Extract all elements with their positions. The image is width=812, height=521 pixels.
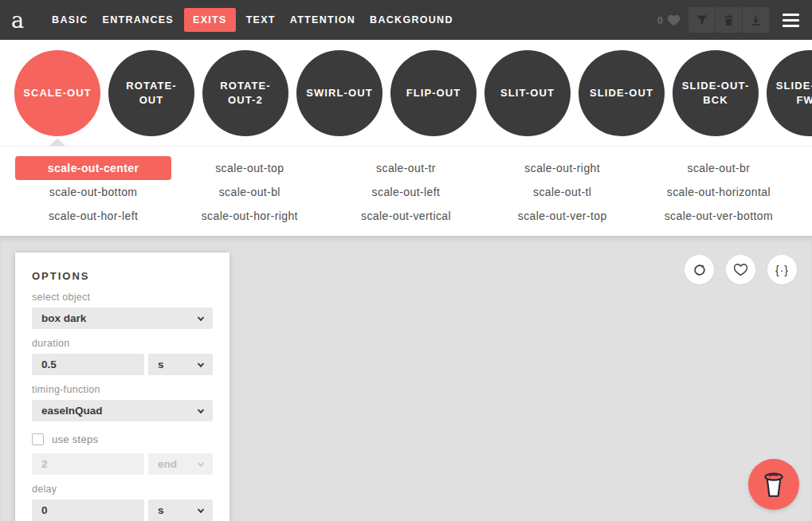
download-button[interactable] bbox=[743, 7, 769, 33]
variation-scale-out-bl[interactable]: scale-out-bl bbox=[171, 180, 328, 204]
hamburger-menu-button[interactable] bbox=[781, 10, 801, 30]
select-object-value: box dark bbox=[41, 312, 86, 324]
options-title: OPTIONS bbox=[32, 270, 213, 282]
favorite-animation-button[interactable] bbox=[726, 255, 755, 284]
variation-scale-out-horizontal[interactable]: scale-out-horizontal bbox=[641, 180, 797, 204]
active-category-caret bbox=[49, 139, 65, 146]
category-flip-out[interactable]: FLIP-OUT bbox=[390, 50, 477, 136]
buy-coffee-button[interactable] bbox=[748, 459, 799, 510]
refresh-icon bbox=[692, 263, 707, 277]
variation-list: scale-out-center scale-out-top scale-out… bbox=[0, 146, 812, 236]
menu-item-background[interactable]: BACKGROUND bbox=[363, 8, 461, 32]
category-rotate-out[interactable]: ROTATE-OUT bbox=[108, 50, 194, 136]
coffee-cup-icon bbox=[759, 468, 788, 500]
menu-item-entrances[interactable]: ENTRANCES bbox=[96, 8, 181, 32]
animista-logo[interactable]: a bbox=[11, 10, 24, 31]
favorites-count: 0 bbox=[657, 14, 663, 26]
use-steps-checkbox[interactable] bbox=[32, 433, 44, 445]
filter-icon bbox=[695, 13, 709, 27]
filter-button[interactable] bbox=[688, 7, 715, 33]
chevron-down-icon bbox=[198, 506, 204, 512]
select-object-dropdown[interactable]: box dark bbox=[32, 308, 213, 329]
delay-unit-value: s bbox=[158, 504, 164, 516]
options-panel: OPTIONS select object box dark duration … bbox=[15, 253, 229, 521]
trash-icon bbox=[722, 14, 736, 27]
steps-mode-dropdown: end bbox=[148, 453, 213, 475]
duration-label: duration bbox=[32, 338, 213, 349]
category-scale-out[interactable]: SCALE-OUT bbox=[14, 50, 100, 136]
menu-item-exits[interactable]: EXITS bbox=[184, 8, 236, 32]
use-steps-label: use steps bbox=[52, 433, 98, 445]
variation-scale-out-hor-right[interactable]: scale-out-hor-right bbox=[171, 204, 328, 228]
duration-input[interactable] bbox=[32, 354, 144, 375]
variation-scale-out-left[interactable]: scale-out-left bbox=[328, 180, 484, 204]
replay-animation-button[interactable] bbox=[685, 255, 714, 284]
preview-area: OPTIONS select object box dark duration … bbox=[0, 236, 812, 521]
variation-scale-out-tr[interactable]: scale-out-tr bbox=[328, 156, 484, 180]
delay-label: delay bbox=[32, 484, 213, 495]
heart-icon bbox=[667, 14, 681, 26]
generate-code-button[interactable]: {·} bbox=[767, 255, 797, 284]
chevron-down-icon bbox=[198, 314, 204, 320]
navbar-right: 0 bbox=[657, 7, 801, 33]
variation-scale-out-top[interactable]: scale-out-top bbox=[171, 156, 328, 180]
variation-scale-out-tl[interactable]: scale-out-tl bbox=[484, 180, 641, 204]
code-icon: {·} bbox=[775, 264, 789, 276]
category-slide-out-bck[interactable]: SLIDE-OUT-BCK bbox=[673, 50, 759, 136]
variation-scale-out-hor-left[interactable]: scale-out-hor-left bbox=[15, 204, 171, 228]
top-navbar: a BASIC ENTRANCES EXITS TEXT ATTENTION B… bbox=[0, 0, 812, 40]
navbar-tool-buttons bbox=[688, 7, 769, 33]
variation-scale-out-br[interactable]: scale-out-br bbox=[641, 156, 797, 180]
menu-item-text[interactable]: TEXT bbox=[239, 8, 283, 32]
variation-scale-out-bottom[interactable]: scale-out-bottom bbox=[15, 180, 171, 204]
steps-mode-value: end bbox=[158, 458, 177, 470]
category-slit-out[interactable]: SLIT-OUT bbox=[484, 50, 571, 136]
variation-scale-out-ver-top[interactable]: scale-out-ver-top bbox=[484, 204, 641, 228]
select-object-label: select object bbox=[32, 292, 213, 303]
chevron-down-icon bbox=[198, 360, 204, 366]
main-menu: BASIC ENTRANCES EXITS TEXT ATTENTION BAC… bbox=[45, 8, 461, 32]
download-icon bbox=[749, 14, 763, 27]
chevron-down-icon bbox=[198, 460, 204, 466]
delete-button[interactable] bbox=[716, 7, 742, 33]
preview-action-buttons: {·} bbox=[685, 255, 797, 284]
variation-scale-out-right[interactable]: scale-out-right bbox=[484, 156, 641, 180]
variation-scale-out-ver-bottom[interactable]: scale-out-ver-bottom bbox=[641, 204, 797, 228]
duration-unit-dropdown[interactable]: s bbox=[148, 354, 213, 375]
chevron-down-icon bbox=[198, 406, 204, 413]
steps-count-input bbox=[32, 453, 144, 475]
delay-unit-dropdown[interactable]: s bbox=[148, 499, 213, 521]
heart-outline-icon bbox=[733, 263, 748, 276]
category-circles: SCALE-OUT ROTATE-OUT ROTATE-OUT-2 SWIRL-… bbox=[0, 40, 812, 146]
delay-input[interactable] bbox=[32, 499, 144, 521]
menu-item-attention[interactable]: ATTENTION bbox=[283, 8, 363, 32]
category-swirl-out[interactable]: SWIRL-OUT bbox=[296, 50, 382, 136]
category-slide-out[interactable]: SLIDE-OUT bbox=[579, 50, 665, 136]
duration-unit-value: s bbox=[158, 358, 164, 370]
timing-function-dropdown[interactable]: easeInQuad bbox=[32, 400, 213, 421]
variation-scale-out-center[interactable]: scale-out-center bbox=[15, 156, 171, 180]
category-rotate-out-2[interactable]: ROTATE-OUT-2 bbox=[202, 50, 288, 136]
category-slide-out-fwd[interactable]: SLIDE-OUT-FWD bbox=[767, 50, 812, 136]
variation-scale-out-vertical[interactable]: scale-out-vertical bbox=[328, 204, 484, 228]
timing-function-label: timing-function bbox=[32, 384, 213, 395]
use-steps-row[interactable]: use steps bbox=[32, 433, 213, 445]
menu-item-basic[interactable]: BASIC bbox=[45, 8, 95, 32]
timing-function-value: easeInQuad bbox=[41, 405, 103, 417]
